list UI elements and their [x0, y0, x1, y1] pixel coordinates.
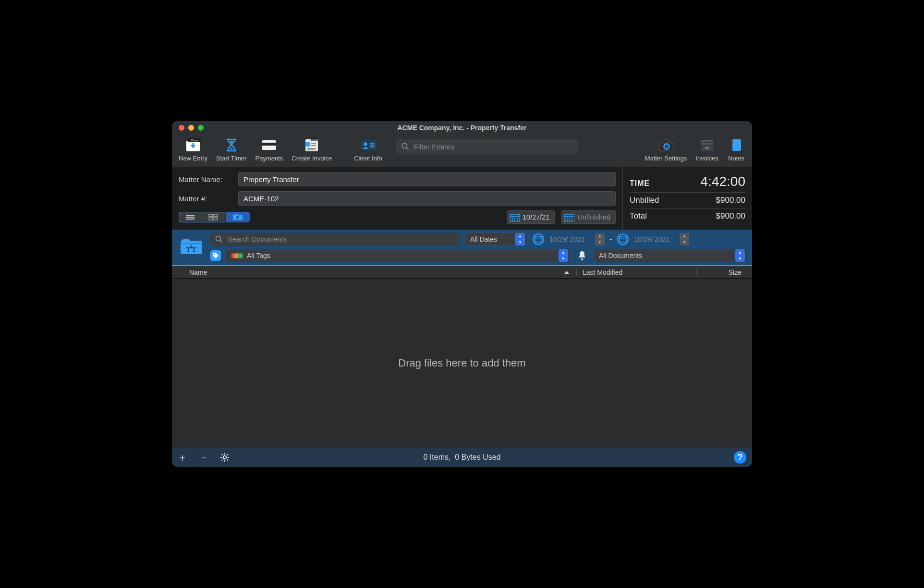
svg-rect-20: [732, 139, 741, 151]
client-info-button[interactable]: Client Info: [354, 137, 382, 162]
tags-value: All Tags: [247, 252, 555, 259]
settings-button[interactable]: [214, 448, 235, 467]
documents-panel: All Dates ▲▼ 10/29/ 2021 ▲▼ - 10/29/ 202…: [172, 230, 752, 467]
svg-rect-39: [187, 251, 189, 252]
gear-icon: [220, 453, 230, 462]
col-last-modified[interactable]: Last Modified: [576, 269, 696, 276]
invoices-button[interactable]: Invoices: [695, 137, 718, 162]
reminder-bell-button[interactable]: [575, 250, 589, 261]
col-name[interactable]: Name: [180, 269, 564, 276]
new-entry-button[interactable]: Entry New Entry: [179, 137, 207, 162]
hourglass-icon: [222, 137, 241, 153]
doc-type-select[interactable]: All Documents ▲▼: [594, 249, 747, 262]
search-documents-input[interactable]: [227, 235, 455, 244]
statusbar-text: 0 Items, 0 Bytes Used: [172, 453, 752, 462]
tags-select[interactable]: All Tags ▲▼: [226, 249, 571, 262]
col-size[interactable]: Size: [696, 269, 744, 276]
svg-point-27: [514, 218, 515, 219]
svg-point-29: [512, 220, 513, 221]
documents-filter-bar: All Dates ▲▼ 10/29/ 2021 ▲▼ - 10/29/ 202…: [172, 230, 752, 266]
svg-rect-40: [193, 251, 195, 252]
date-from-stepper[interactable]: ▲▼: [595, 233, 605, 245]
filter-entries-input[interactable]: [413, 142, 572, 151]
sort-indicator-icon[interactable]: [564, 270, 576, 275]
documents-folder-icon[interactable]: [177, 233, 206, 259]
matter-name-field[interactable]: Property Transfer: [238, 172, 616, 186]
svg-rect-22: [214, 214, 218, 217]
svg-rect-24: [214, 218, 218, 220]
matter-settings-button[interactable]: Matter Settings: [645, 137, 687, 162]
matter-fields: Matter Name: Property Transfer Matter #:…: [172, 167, 622, 230]
matter-number-field[interactable]: ACME-102: [238, 191, 616, 206]
calendar-from-icon[interactable]: [532, 233, 545, 245]
view-grid-button[interactable]: [202, 212, 226, 222]
calendar-icon: [509, 212, 520, 222]
svg-point-35: [571, 218, 572, 219]
svg-point-33: [567, 218, 568, 219]
svg-rect-4: [262, 143, 276, 146]
total-label: Total: [630, 211, 647, 221]
remove-button[interactable]: －: [193, 448, 214, 467]
help-button[interactable]: ?: [734, 451, 746, 464]
svg-rect-16: [701, 140, 713, 142]
svg-point-46: [214, 254, 215, 255]
svg-text:Invoice: Invoice: [311, 138, 318, 141]
svg-point-37: [569, 220, 570, 221]
briefcase-gear-icon: [657, 137, 675, 153]
create-invoice-button[interactable]: Invoice Create Invoice: [292, 137, 332, 162]
select-stepper-icon: ▲▼: [559, 249, 568, 262]
plus-icon: Entry: [184, 137, 202, 153]
doc-type-value: All Documents: [599, 252, 731, 259]
date-range-dash: -: [609, 235, 612, 244]
time-label: TIME: [630, 179, 650, 188]
date-mode-value: All Dates: [470, 235, 511, 243]
select-stepper-icon: ▲▼: [515, 233, 525, 245]
view-list-button[interactable]: [179, 212, 202, 222]
unbilled-label: Unbilled: [630, 196, 659, 205]
empty-state-text: Drag files here to add them: [398, 357, 525, 369]
date-mode-select[interactable]: All Dates ▲▼: [465, 233, 527, 246]
tags-multi-icon: [231, 253, 243, 258]
svg-rect-23: [209, 218, 213, 220]
svg-rect-43: [535, 236, 542, 242]
matter-unfinished-value: Unfinished: [577, 213, 610, 221]
matter-date-field[interactable]: 10/27/21: [507, 210, 555, 224]
svg-point-34: [569, 218, 570, 219]
svg-point-28: [517, 218, 518, 219]
start-timer-button[interactable]: Start Timer: [216, 137, 247, 162]
tool-label: Client Info: [354, 155, 382, 162]
matter-area: Matter Name: Property Transfer Matter #:…: [172, 167, 752, 230]
select-stepper-icon: ▲▼: [735, 249, 745, 262]
calendar-to-icon[interactable]: [617, 233, 629, 245]
search-icon: [215, 235, 223, 243]
payments-button[interactable]: Payments: [255, 137, 283, 162]
date-to[interactable]: 10/29/ 2021: [634, 233, 675, 246]
svg-point-31: [517, 220, 518, 221]
unbilled-value: $900.00: [716, 196, 745, 205]
search-documents[interactable]: [210, 233, 460, 246]
filter-entries-search[interactable]: [396, 139, 578, 154]
svg-point-11: [402, 144, 407, 148]
view-selector: [179, 212, 250, 222]
matter-name-label: Matter Name:: [179, 175, 231, 184]
tag-filter-icon[interactable]: [210, 250, 221, 261]
notes-button[interactable]: Notes: [727, 137, 745, 162]
svg-rect-13: [664, 140, 669, 143]
matter-date-value: 10/27/21: [523, 213, 549, 221]
tool-label: Payments: [255, 155, 283, 162]
documents-drop-area[interactable]: Drag files here to add them: [172, 279, 752, 448]
tool-label: Notes: [728, 155, 744, 162]
svg-text:Entry: Entry: [191, 139, 198, 142]
svg-point-38: [571, 220, 572, 221]
date-from[interactable]: 10/29/ 2021: [549, 233, 590, 246]
view-documents-button[interactable]: [226, 212, 250, 222]
matter-unfinished-field[interactable]: Unfinished: [561, 210, 616, 224]
matter-name-value: Property Transfer: [243, 175, 299, 184]
tool-label: Create Invoice: [292, 155, 332, 162]
add-button[interactable]: ＋: [172, 448, 193, 467]
tool-label: New Entry: [179, 155, 207, 162]
stack-icon: [698, 137, 716, 153]
svg-rect-21: [209, 214, 213, 217]
date-to-stepper[interactable]: ▲▼: [680, 233, 689, 245]
svg-rect-17: [701, 143, 713, 145]
